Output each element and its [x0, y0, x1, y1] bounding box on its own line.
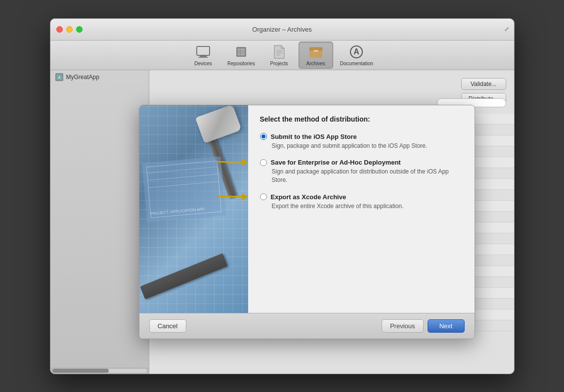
option-enterprise[interactable]: Save for Enterprise or Ad-Hoc Deployment…: [260, 159, 463, 184]
svg-rect-4: [238, 48, 245, 55]
svg-rect-1: [200, 55, 207, 57]
option-enterprise-text: Save for Enterprise or Ad-Hoc Deployment: [271, 159, 401, 166]
option-enterprise-label[interactable]: Save for Enterprise or Ad-Hoc Deployment: [260, 159, 463, 166]
option-export-desc: Export the entire Xcode archive of this …: [272, 202, 463, 211]
toolbar-item-archives[interactable]: Archives: [299, 42, 333, 69]
toolbar-item-documentation[interactable]: A Documentation: [335, 42, 378, 68]
modal-footer: Cancel Previous Next: [139, 313, 475, 339]
arrow-indicator-2: [217, 193, 248, 200]
option-enterprise-desc: Sign and package application for distrib…: [272, 168, 463, 184]
window-title: Organizer – Archives: [252, 26, 312, 33]
option-appstore-text: Submit to the iOS App Store: [271, 133, 357, 140]
option-export-text: Export as Xcode Archive: [271, 193, 347, 201]
toolbar: Devices Repositories: [50, 41, 514, 70]
archives-icon: [308, 44, 324, 60]
radio-enterprise[interactable]: [260, 159, 267, 166]
svg-rect-0: [197, 46, 210, 55]
option-export-label[interactable]: Export as Xcode Archive: [260, 193, 463, 201]
archives-label: Archives: [306, 61, 325, 66]
projects-icon: [271, 44, 287, 60]
maximize-button[interactable]: [76, 26, 83, 33]
option-appstore-desc: Sign, package and submit application to …: [272, 142, 463, 150]
right-panel: Validate... Distribute...: [149, 70, 514, 374]
option-export[interactable]: Export as Xcode Archive Export the entir…: [260, 193, 463, 211]
documentation-label: Documentation: [340, 61, 373, 66]
option-appstore[interactable]: Submit to the iOS App Store Sign, packag…: [260, 133, 463, 150]
toolbar-item-projects[interactable]: Projects: [262, 42, 297, 68]
devices-label: Devices: [194, 61, 212, 66]
close-button[interactable]: [56, 26, 63, 33]
window-controls: [56, 26, 83, 33]
main-content: A MyGreatApp Validate... Distribute...: [50, 70, 514, 374]
next-button[interactable]: Next: [428, 319, 465, 333]
blueprint-paper: PROJECT: APPLICATION APP: [142, 156, 226, 222]
repositories-label: Repositories: [227, 61, 255, 66]
modal-overlay: PROJECT: APPLICATION APP: [50, 70, 514, 374]
svg-rect-13: [313, 50, 318, 52]
svg-rect-2: [198, 57, 208, 58]
distribution-modal: PROJECT: APPLICATION APP: [139, 105, 475, 339]
projects-label: Projects: [270, 61, 288, 66]
monitor-icon: [195, 44, 211, 60]
main-window: Organizer – Archives ⤢ Devices: [50, 18, 515, 374]
radio-appstore[interactable]: [260, 133, 267, 140]
cancel-button[interactable]: Cancel: [149, 319, 186, 333]
options-area: Submit to the iOS App Store Sign, packag…: [260, 133, 463, 303]
repo-icon: [233, 44, 249, 60]
titlebar: Organizer – Archives ⤢: [50, 19, 514, 41]
docs-icon: A: [348, 44, 364, 60]
expand-icon[interactable]: ⤢: [504, 26, 509, 33]
svg-text:A: A: [354, 47, 360, 56]
option-appstore-label[interactable]: Submit to the iOS App Store: [260, 133, 463, 140]
modal-background-image: PROJECT: APPLICATION APP: [139, 105, 248, 313]
toolbar-item-repositories[interactable]: Repositories: [222, 42, 260, 68]
minimize-button[interactable]: [66, 26, 73, 33]
arrow-indicator-1: [217, 159, 248, 166]
radio-export[interactable]: [260, 193, 267, 200]
previous-button[interactable]: Previous: [382, 319, 424, 333]
footer-left: Cancel: [149, 319, 186, 333]
footer-right: Previous Next: [382, 319, 465, 333]
toolbar-item-devices[interactable]: Devices: [186, 42, 220, 68]
modal-wrapper: PROJECT: APPLICATION APP: [139, 105, 475, 339]
modal-title: Select the method of distribution:: [260, 115, 463, 123]
modal-body: PROJECT: APPLICATION APP: [139, 105, 475, 313]
modal-content-area: Select the method of distribution: Submi…: [248, 105, 475, 313]
